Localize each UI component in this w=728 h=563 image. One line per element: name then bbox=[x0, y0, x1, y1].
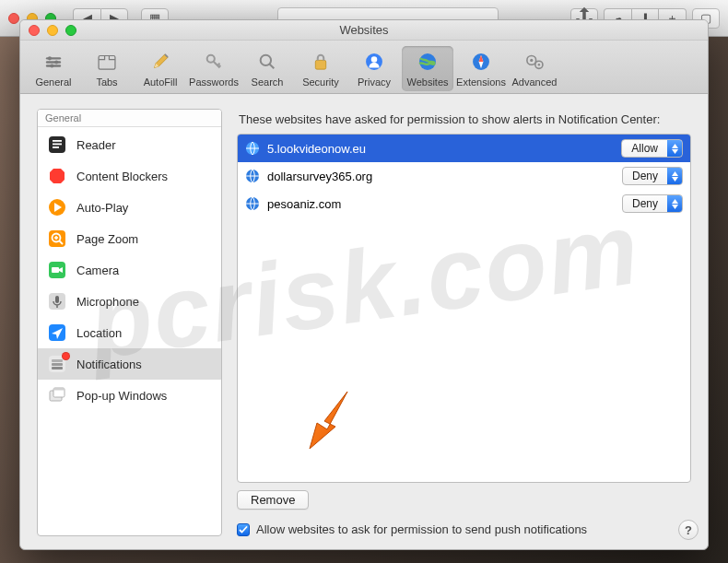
zoom-button[interactable] bbox=[65, 25, 76, 36]
svg-rect-19 bbox=[53, 140, 62, 142]
traffic-lights bbox=[20, 25, 76, 36]
permission-select[interactable]: Deny bbox=[622, 167, 683, 185]
svg-point-17 bbox=[538, 64, 540, 65]
permission-value: Allow bbox=[622, 142, 667, 155]
tab-security[interactable]: Security bbox=[295, 46, 346, 91]
allow-checkbox-label: Allow websites to ask for permission to … bbox=[256, 522, 587, 536]
site-domain: 5.lookvideonow.eu bbox=[267, 142, 614, 156]
tab-privacy-label: Privacy bbox=[358, 76, 391, 88]
sidebar-item-reader[interactable]: Reader bbox=[38, 129, 221, 160]
permission-select[interactable]: Allow bbox=[621, 139, 683, 158]
sidebar-item-label: Auto-Play bbox=[76, 201, 128, 215]
sidebar-item-label: Pop-up Windows bbox=[76, 389, 167, 403]
minimize-button[interactable] bbox=[47, 25, 58, 36]
preferences-toolbar: General Tabs AutoFill Passwords Search bbox=[20, 41, 708, 94]
sidebar-item-camera[interactable]: Camera bbox=[38, 254, 221, 286]
svg-rect-31 bbox=[55, 296, 59, 303]
tab-tabs[interactable]: Tabs bbox=[81, 46, 133, 91]
sidebar-item-content-blockers[interactable]: Content Blockers bbox=[38, 160, 221, 192]
tab-autofill-label: AutoFill bbox=[144, 76, 178, 88]
svg-point-11 bbox=[371, 56, 378, 63]
camera-icon bbox=[47, 260, 67, 280]
compass-icon bbox=[468, 49, 494, 75]
privacy-icon bbox=[361, 49, 387, 75]
tab-extensions-label: Extensions bbox=[456, 76, 506, 88]
svg-rect-39 bbox=[53, 388, 65, 391]
sidebar-item-label: Page Zoom bbox=[76, 232, 138, 246]
location-icon bbox=[47, 323, 67, 343]
svg-rect-6 bbox=[99, 56, 115, 70]
sidebar-item-notifications[interactable]: Notifications bbox=[38, 348, 221, 380]
search-icon bbox=[254, 49, 280, 75]
sidebar-item-popup-windows[interactable]: Pop-up Windows bbox=[38, 380, 221, 411]
tab-advanced[interactable]: Advanced bbox=[509, 46, 560, 91]
play-icon bbox=[47, 197, 67, 217]
allow-checkbox[interactable] bbox=[237, 523, 250, 536]
stop-icon bbox=[47, 166, 67, 186]
svg-rect-28 bbox=[52, 267, 59, 273]
bg-close-dot bbox=[8, 13, 19, 24]
svg-rect-34 bbox=[52, 359, 63, 362]
popup-icon bbox=[47, 385, 67, 405]
content-area: General Reader Content Blockers bbox=[20, 94, 708, 549]
sidebar-item-location[interactable]: Location bbox=[38, 317, 221, 348]
svg-rect-20 bbox=[53, 144, 62, 146]
svg-point-4 bbox=[54, 60, 58, 64]
tab-advanced-label: Advanced bbox=[512, 76, 558, 88]
svg-rect-36 bbox=[52, 367, 63, 369]
tab-passwords[interactable]: Passwords bbox=[188, 46, 240, 91]
allow-checkbox-row: Allow websites to ask for permission to … bbox=[237, 522, 691, 536]
sidebar-item-label: Microphone bbox=[76, 295, 139, 309]
websites-list: 5.lookvideonow.eu Allow dollarsurvey365.… bbox=[237, 134, 691, 483]
site-row[interactable]: pesoaniz.com Deny bbox=[238, 190, 690, 217]
tab-tabs-label: Tabs bbox=[96, 76, 117, 88]
svg-rect-21 bbox=[53, 147, 59, 148]
globe-icon bbox=[245, 141, 260, 156]
chevron-updown-icon bbox=[667, 140, 682, 157]
svg-rect-9 bbox=[315, 60, 325, 69]
site-domain: dollarsurvey365.org bbox=[267, 170, 615, 183]
panel-header: These websites have asked for permission… bbox=[239, 112, 691, 126]
tab-general[interactable]: General bbox=[28, 46, 79, 91]
globe-icon bbox=[245, 196, 260, 211]
gear-icon bbox=[41, 49, 66, 75]
tab-security-label: Security bbox=[302, 76, 339, 88]
permission-value: Deny bbox=[623, 197, 667, 210]
sidebar-header: General bbox=[38, 110, 221, 127]
sidebar-item-auto-play[interactable]: Auto-Play bbox=[38, 192, 221, 223]
sidebar-item-label: Notifications bbox=[76, 358, 142, 371]
sidebar-item-page-zoom[interactable]: Page Zoom bbox=[38, 223, 221, 254]
tabs-icon bbox=[94, 49, 120, 75]
remove-button[interactable]: Remove bbox=[237, 490, 309, 510]
remove-row: Remove bbox=[237, 490, 691, 510]
sidebar-item-microphone[interactable]: Microphone bbox=[38, 286, 221, 317]
microphone-icon bbox=[47, 291, 67, 311]
gears-icon bbox=[522, 49, 547, 75]
site-domain: pesoaniz.com bbox=[267, 197, 615, 211]
settings-sidebar: General Reader Content Blockers bbox=[37, 109, 222, 536]
tab-autofill[interactable]: AutoFill bbox=[135, 46, 186, 91]
window-titlebar: Websites bbox=[20, 20, 708, 41]
tab-extensions[interactable]: Extensions bbox=[455, 46, 507, 91]
window-title: Websites bbox=[20, 23, 708, 37]
tab-websites[interactable]: Websites bbox=[402, 46, 453, 91]
sidebar-item-label: Content Blockers bbox=[76, 170, 168, 183]
sidebar-item-label: Reader bbox=[76, 138, 116, 152]
permission-value: Deny bbox=[623, 170, 667, 182]
chevron-updown-icon bbox=[667, 195, 682, 212]
help-button[interactable]: ? bbox=[678, 520, 699, 540]
close-button[interactable] bbox=[29, 25, 40, 36]
site-row[interactable]: dollarsurvey365.org Deny bbox=[238, 162, 690, 190]
tab-websites-label: Websites bbox=[406, 76, 448, 88]
tab-search[interactable]: Search bbox=[241, 46, 293, 91]
preferences-window: Websites General Tabs AutoFill Passwords bbox=[19, 19, 709, 550]
tab-privacy[interactable]: Privacy bbox=[348, 46, 400, 91]
svg-point-5 bbox=[50, 64, 53, 67]
sidebar-item-label: Location bbox=[76, 326, 122, 340]
svg-point-8 bbox=[261, 55, 271, 65]
globe-icon bbox=[245, 169, 260, 183]
tab-search-label: Search bbox=[252, 76, 284, 88]
site-row[interactable]: 5.lookvideonow.eu Allow bbox=[238, 135, 690, 162]
permission-select[interactable]: Deny bbox=[622, 194, 683, 213]
reader-icon bbox=[47, 135, 67, 155]
